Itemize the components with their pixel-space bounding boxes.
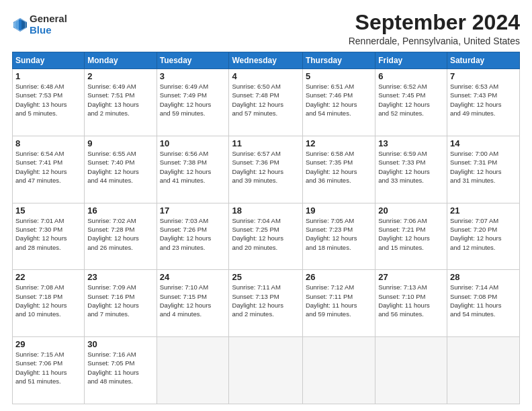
day-number: 19 bbox=[306, 205, 372, 216]
calendar-cell: 4Sunrise: 6:50 AMSunset: 7:48 PMDaylight… bbox=[229, 69, 302, 136]
day-number: 13 bbox=[378, 138, 444, 148]
day-number: 14 bbox=[450, 138, 517, 148]
day-number: 26 bbox=[306, 272, 372, 282]
day-number: 25 bbox=[232, 272, 299, 282]
top-section: General Blue September 2024 Rennerdale, … bbox=[12, 11, 520, 46]
header-row: Sunday Monday Tuesday Wednesday Thursday… bbox=[13, 52, 520, 69]
calendar-cell: 28Sunrise: 7:14 AMSunset: 7:08 PMDayligh… bbox=[447, 270, 519, 337]
calendar-cell: 10Sunrise: 6:56 AMSunset: 7:38 PMDayligh… bbox=[157, 136, 229, 203]
day-info: Sunrise: 7:12 AMSunset: 7:11 PMDaylight:… bbox=[306, 283, 372, 318]
day-number: 24 bbox=[160, 272, 226, 282]
day-number: 17 bbox=[160, 205, 226, 216]
day-number: 18 bbox=[232, 205, 299, 216]
day-number: 7 bbox=[450, 71, 517, 81]
day-number: 9 bbox=[87, 138, 153, 148]
col-thursday: Thursday bbox=[302, 52, 375, 69]
day-info: Sunrise: 6:51 AMSunset: 7:46 PMDaylight:… bbox=[306, 82, 372, 118]
day-number: 1 bbox=[15, 71, 81, 81]
day-number: 30 bbox=[87, 339, 153, 349]
day-number: 8 bbox=[15, 138, 81, 148]
col-monday: Monday bbox=[85, 52, 157, 69]
day-info: Sunrise: 6:54 AMSunset: 7:41 PMDaylight:… bbox=[15, 149, 81, 185]
day-number: 15 bbox=[15, 205, 81, 216]
day-number: 5 bbox=[306, 71, 372, 81]
col-friday: Friday bbox=[375, 52, 447, 69]
day-info: Sunrise: 6:49 AMSunset: 7:51 PMDaylight:… bbox=[87, 82, 153, 118]
day-info: Sunrise: 7:13 AMSunset: 7:10 PMDaylight:… bbox=[378, 283, 444, 318]
calendar-cell: 16Sunrise: 7:02 AMSunset: 7:28 PMDayligh… bbox=[85, 203, 157, 270]
calendar-cell: 6Sunrise: 6:52 AMSunset: 7:45 PMDaylight… bbox=[375, 69, 447, 136]
calendar-cell: 8Sunrise: 6:54 AMSunset: 7:41 PMDaylight… bbox=[13, 136, 85, 203]
calendar-cell: 13Sunrise: 6:59 AMSunset: 7:33 PMDayligh… bbox=[375, 136, 447, 203]
calendar-cell: 14Sunrise: 7:00 AMSunset: 7:31 PMDayligh… bbox=[447, 136, 519, 203]
day-number: 20 bbox=[378, 205, 444, 216]
day-number: 2 bbox=[87, 71, 153, 81]
day-number: 10 bbox=[160, 138, 226, 148]
calendar-cell: 19Sunrise: 7:05 AMSunset: 7:23 PMDayligh… bbox=[302, 203, 375, 270]
calendar-cell bbox=[302, 337, 375, 404]
calendar-cell: 2Sunrise: 6:49 AMSunset: 7:51 PMDaylight… bbox=[85, 69, 157, 136]
calendar-row-2: 15Sunrise: 7:01 AMSunset: 7:30 PMDayligh… bbox=[13, 203, 520, 270]
calendar-cell: 3Sunrise: 6:49 AMSunset: 7:49 PMDaylight… bbox=[157, 69, 229, 136]
day-info: Sunrise: 6:50 AMSunset: 7:48 PMDaylight:… bbox=[232, 82, 299, 118]
day-number: 28 bbox=[450, 272, 517, 282]
day-number: 21 bbox=[450, 205, 517, 216]
day-info: Sunrise: 7:09 AMSunset: 7:16 PMDaylight:… bbox=[87, 283, 153, 318]
day-number: 23 bbox=[87, 272, 153, 282]
month-title: September 2024 bbox=[349, 11, 520, 34]
day-info: Sunrise: 7:04 AMSunset: 7:25 PMDaylight:… bbox=[232, 216, 299, 252]
day-number: 6 bbox=[378, 71, 444, 81]
day-info: Sunrise: 7:08 AMSunset: 7:18 PMDaylight:… bbox=[15, 283, 81, 318]
col-saturday: Saturday bbox=[447, 52, 519, 69]
calendar-cell: 11Sunrise: 6:57 AMSunset: 7:36 PMDayligh… bbox=[229, 136, 302, 203]
calendar-cell bbox=[375, 337, 447, 404]
col-wednesday: Wednesday bbox=[229, 52, 302, 69]
calendar-cell: 20Sunrise: 7:06 AMSunset: 7:21 PMDayligh… bbox=[375, 203, 447, 270]
calendar-cell: 29Sunrise: 7:15 AMSunset: 7:06 PMDayligh… bbox=[13, 337, 85, 404]
calendar-row-1: 8Sunrise: 6:54 AMSunset: 7:41 PMDaylight… bbox=[13, 136, 520, 203]
calendar-table: Sunday Monday Tuesday Wednesday Thursday… bbox=[12, 52, 520, 404]
day-info: Sunrise: 7:11 AMSunset: 7:13 PMDaylight:… bbox=[232, 283, 299, 318]
day-info: Sunrise: 7:02 AMSunset: 7:28 PMDaylight:… bbox=[87, 216, 153, 252]
day-info: Sunrise: 7:14 AMSunset: 7:08 PMDaylight:… bbox=[450, 283, 517, 318]
calendar-cell: 5Sunrise: 6:51 AMSunset: 7:46 PMDaylight… bbox=[302, 69, 375, 136]
calendar-row-0: 1Sunrise: 6:48 AMSunset: 7:53 PMDaylight… bbox=[13, 69, 520, 136]
calendar-cell: 12Sunrise: 6:58 AMSunset: 7:35 PMDayligh… bbox=[302, 136, 375, 203]
day-info: Sunrise: 6:49 AMSunset: 7:49 PMDaylight:… bbox=[160, 82, 226, 118]
day-info: Sunrise: 6:53 AMSunset: 7:43 PMDaylight:… bbox=[450, 82, 517, 118]
day-info: Sunrise: 7:03 AMSunset: 7:26 PMDaylight:… bbox=[160, 216, 226, 252]
day-info: Sunrise: 7:16 AMSunset: 7:05 PMDaylight:… bbox=[87, 350, 153, 385]
calendar-cell: 15Sunrise: 7:01 AMSunset: 7:30 PMDayligh… bbox=[13, 203, 85, 270]
day-info: Sunrise: 6:56 AMSunset: 7:38 PMDaylight:… bbox=[160, 149, 226, 185]
calendar-cell: 18Sunrise: 7:04 AMSunset: 7:25 PMDayligh… bbox=[229, 203, 302, 270]
header-right: September 2024 Rennerdale, Pennsylvania,… bbox=[349, 11, 520, 46]
logo-blue: Blue bbox=[30, 25, 67, 36]
calendar-cell: 27Sunrise: 7:13 AMSunset: 7:10 PMDayligh… bbox=[375, 270, 447, 337]
calendar-cell: 7Sunrise: 6:53 AMSunset: 7:43 PMDaylight… bbox=[447, 69, 519, 136]
day-info: Sunrise: 7:10 AMSunset: 7:15 PMDaylight:… bbox=[160, 283, 226, 318]
calendar-row-4: 29Sunrise: 7:15 AMSunset: 7:06 PMDayligh… bbox=[13, 337, 520, 404]
calendar-cell bbox=[229, 337, 302, 404]
calendar-row-3: 22Sunrise: 7:08 AMSunset: 7:18 PMDayligh… bbox=[13, 270, 520, 337]
calendar-cell bbox=[447, 337, 519, 404]
day-number: 27 bbox=[378, 272, 444, 282]
calendar-cell: 24Sunrise: 7:10 AMSunset: 7:15 PMDayligh… bbox=[157, 270, 229, 337]
day-number: 12 bbox=[306, 138, 372, 148]
day-number: 16 bbox=[87, 205, 153, 216]
calendar-cell: 17Sunrise: 7:03 AMSunset: 7:26 PMDayligh… bbox=[157, 203, 229, 270]
calendar-cell: 1Sunrise: 6:48 AMSunset: 7:53 PMDaylight… bbox=[13, 69, 85, 136]
calendar-cell: 21Sunrise: 7:07 AMSunset: 7:20 PMDayligh… bbox=[447, 203, 519, 270]
calendar-cell bbox=[157, 337, 229, 404]
day-info: Sunrise: 6:59 AMSunset: 7:33 PMDaylight:… bbox=[378, 149, 444, 185]
day-info: Sunrise: 7:06 AMSunset: 7:21 PMDaylight:… bbox=[378, 216, 444, 252]
day-info: Sunrise: 7:00 AMSunset: 7:31 PMDaylight:… bbox=[450, 149, 517, 185]
day-number: 4 bbox=[232, 71, 299, 81]
location: Rennerdale, Pennsylvania, United States bbox=[349, 36, 520, 46]
day-number: 3 bbox=[160, 71, 226, 81]
day-number: 11 bbox=[232, 138, 299, 148]
day-info: Sunrise: 7:01 AMSunset: 7:30 PMDaylight:… bbox=[15, 216, 81, 252]
calendar-cell: 23Sunrise: 7:09 AMSunset: 7:16 PMDayligh… bbox=[85, 270, 157, 337]
calendar-cell: 25Sunrise: 7:11 AMSunset: 7:13 PMDayligh… bbox=[229, 270, 302, 337]
logo: General Blue bbox=[12, 13, 67, 36]
col-sunday: Sunday bbox=[13, 52, 85, 69]
